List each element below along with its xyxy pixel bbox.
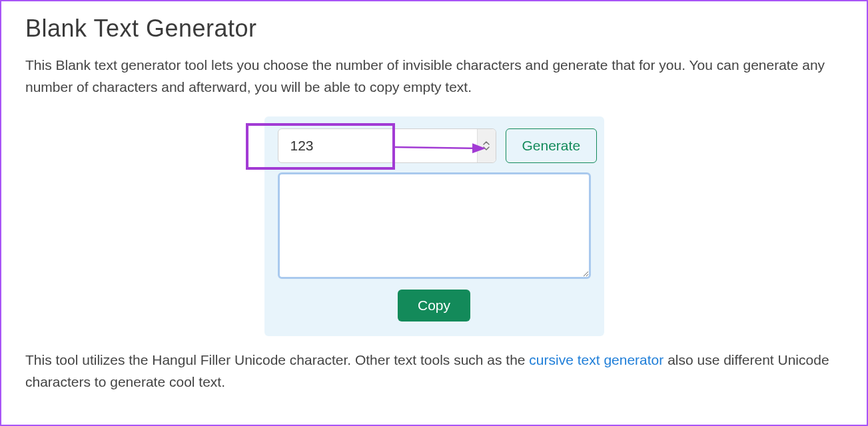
cursive-generator-link[interactable]: cursive text generator [529,352,663,367]
page-title: Blank Text Generator [25,15,843,43]
generator-panel: Generate Copy [264,116,604,336]
number-stepper[interactable] [477,129,496,162]
number-input-wrapper [278,128,496,163]
character-count-input[interactable] [278,129,477,162]
output-textarea[interactable] [278,172,591,279]
footer-text: This tool utilizes the Hangul Filler Uni… [25,349,843,393]
generate-button[interactable]: Generate [506,128,598,163]
copy-button[interactable]: Copy [398,290,470,321]
footer-before-link: This tool utilizes the Hangul Filler Uni… [25,352,529,367]
description-text: This Blank text generator tool lets you … [25,55,843,98]
chevron-up-down-icon [482,139,490,152]
